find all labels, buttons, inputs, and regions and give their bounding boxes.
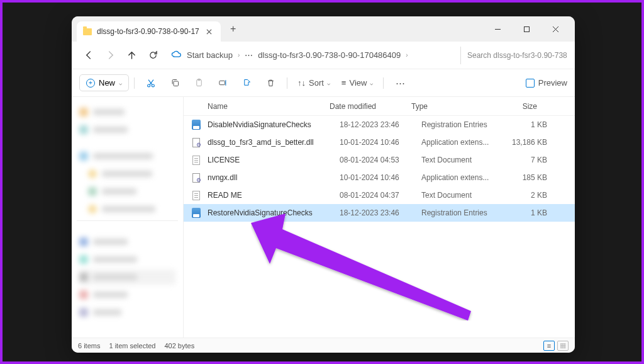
file-size: 13,186 KB bbox=[503, 138, 547, 147]
sort-label: Sort bbox=[309, 78, 324, 88]
search-input[interactable]: Search dlssg-to-fsr3-0.90-738 bbox=[460, 47, 567, 64]
rename-button[interactable] bbox=[211, 73, 234, 93]
breadcrumb[interactable]: Start backup › ⋯ dlssg-to-fsr3-0.90-738-… bbox=[165, 49, 458, 62]
copy-button[interactable] bbox=[164, 73, 186, 93]
file-list: DisableNvidiaSignatureChecks 18-12-2023 … bbox=[184, 116, 575, 338]
chevron-down-icon: ⌵ bbox=[327, 80, 330, 86]
item-count: 6 items bbox=[78, 342, 100, 350]
file-explorer-window: dlssg-to-fsr3-0.90-738-0-90-17 + Start b… bbox=[72, 16, 575, 353]
file-date: 08-01-2024 04:37 bbox=[340, 191, 421, 200]
col-type[interactable]: Type bbox=[411, 102, 493, 111]
table-row[interactable]: RestoreNvidiaSignatureChecks 18-12-2023 … bbox=[184, 204, 575, 222]
table-row[interactable]: LICENSE 08-01-2024 04:53 Text Document 7… bbox=[184, 151, 575, 169]
file-name: RestoreNvidiaSignatureChecks bbox=[208, 208, 340, 217]
col-date[interactable]: Date modified bbox=[330, 102, 411, 111]
status-bar: 6 items 1 item selected 402 bytes ≡ ▦ bbox=[72, 338, 575, 353]
selection-count: 1 item selected bbox=[109, 342, 155, 350]
table-row[interactable]: DisableNvidiaSignatureChecks 18-12-2023 … bbox=[184, 116, 575, 134]
file-size: 1 KB bbox=[503, 120, 547, 129]
view-label: View bbox=[349, 78, 367, 88]
svg-rect-3 bbox=[174, 81, 179, 86]
column-headers[interactable]: ⌃ Name Date modified Type Size bbox=[184, 97, 575, 116]
file-name: dlssg_to_fsr3_amd_is_better.dll bbox=[208, 138, 340, 147]
new-button[interactable]: + New ⌵ bbox=[79, 74, 129, 91]
file-icon bbox=[191, 137, 201, 147]
file-name: DisableNvidiaSignatureChecks bbox=[208, 120, 340, 129]
chevron-down-icon: ⌵ bbox=[370, 80, 373, 86]
address-bar: Start backup › ⋯ dlssg-to-fsr3-0.90-738-… bbox=[72, 42, 575, 69]
col-size[interactable]: Size bbox=[493, 102, 537, 111]
titlebar: dlssg-to-fsr3-0.90-738-0-90-17 + bbox=[72, 16, 575, 42]
toolbar: + New ⌵ ↑↓ Sort ⌵ ≡ View ⌵ ⋯ Preview bbox=[72, 69, 575, 97]
file-icon bbox=[191, 190, 201, 200]
active-tab[interactable]: dlssg-to-fsr3-0.90-738-0-90-17 bbox=[77, 21, 221, 42]
file-type: Application extens... bbox=[421, 138, 503, 147]
file-type: Application extens... bbox=[421, 173, 503, 182]
table-row[interactable]: nvngx.dll 10-01-2024 10:46 Application e… bbox=[184, 169, 575, 186]
chevron-down-icon: ⌵ bbox=[119, 80, 122, 86]
col-name[interactable]: Name bbox=[191, 102, 330, 111]
breadcrumb-current[interactable]: dlssg-to-fsr3-0.90-738-0-90-170486409 bbox=[258, 50, 401, 60]
selection-size: 402 bytes bbox=[164, 342, 194, 350]
plus-icon: + bbox=[86, 79, 95, 88]
sort-icon: ↑↓ bbox=[297, 78, 306, 88]
file-icon bbox=[191, 155, 201, 165]
file-date: 08-01-2024 04:53 bbox=[340, 156, 421, 164]
close-button[interactable] bbox=[541, 16, 570, 42]
sort-button[interactable]: ↑↓ Sort ⌵ bbox=[292, 76, 335, 90]
minimize-button[interactable] bbox=[483, 16, 512, 42]
file-type: Text Document bbox=[421, 156, 503, 164]
file-type: Text Document bbox=[421, 191, 503, 200]
breadcrumb-overflow[interactable]: ⋯ bbox=[245, 50, 253, 60]
file-type: Registration Entries bbox=[421, 208, 503, 217]
preview-label: Preview bbox=[538, 78, 567, 88]
file-type: Registration Entries bbox=[421, 120, 503, 129]
breadcrumb-backup[interactable]: Start backup bbox=[187, 50, 233, 60]
file-date: 18-12-2023 23:46 bbox=[340, 120, 421, 129]
table-row[interactable]: dlssg_to_fsr3_amd_is_better.dll 10-01-20… bbox=[184, 134, 575, 151]
share-button[interactable] bbox=[235, 73, 258, 93]
file-size: 1 KB bbox=[503, 208, 547, 217]
file-date: 18-12-2023 23:46 bbox=[340, 208, 421, 217]
file-icon bbox=[191, 120, 201, 130]
window-controls bbox=[483, 16, 570, 42]
preview-icon bbox=[526, 79, 535, 88]
body-area: ⌃ Name Date modified Type Size DisableNv… bbox=[72, 97, 575, 338]
file-size: 185 KB bbox=[503, 173, 547, 182]
svg-rect-0 bbox=[524, 26, 529, 31]
more-button[interactable]: ⋯ bbox=[389, 73, 411, 93]
file-date: 10-01-2024 10:46 bbox=[340, 173, 421, 182]
cloud-icon bbox=[171, 49, 182, 62]
table-row[interactable]: READ ME 08-01-2024 04:37 Text Document 2… bbox=[184, 186, 575, 204]
close-tab-icon[interactable] bbox=[204, 26, 214, 37]
view-icon: ≡ bbox=[341, 78, 347, 88]
cut-button[interactable] bbox=[140, 73, 162, 93]
folder-icon bbox=[83, 28, 92, 35]
maximize-button[interactable] bbox=[512, 16, 541, 42]
back-button[interactable] bbox=[79, 46, 98, 65]
view-button[interactable]: ≡ View ⌵ bbox=[336, 76, 379, 90]
nav-sidebar[interactable] bbox=[72, 97, 184, 338]
up-button[interactable] bbox=[122, 46, 141, 65]
refresh-button[interactable] bbox=[143, 46, 162, 65]
paste-button[interactable] bbox=[187, 73, 210, 93]
svg-rect-6 bbox=[219, 81, 225, 84]
details-view-icon[interactable]: ≡ bbox=[543, 341, 555, 351]
new-label: New bbox=[99, 78, 115, 88]
forward-button[interactable] bbox=[101, 46, 119, 65]
chevron-right-icon: › bbox=[238, 52, 240, 59]
file-name: LICENSE bbox=[208, 156, 340, 164]
file-date: 10-01-2024 10:46 bbox=[340, 138, 421, 147]
delete-button[interactable] bbox=[259, 73, 282, 93]
file-name: nvngx.dll bbox=[208, 173, 340, 182]
preview-button[interactable]: Preview bbox=[526, 78, 567, 88]
file-list-pane: ⌃ Name Date modified Type Size DisableNv… bbox=[184, 97, 575, 338]
file-size: 2 KB bbox=[503, 191, 547, 200]
file-size: 7 KB bbox=[503, 156, 547, 164]
tab-title: dlssg-to-fsr3-0.90-738-0-90-17 bbox=[97, 27, 199, 36]
file-name: READ ME bbox=[208, 191, 340, 200]
grid-view-icon[interactable]: ▦ bbox=[557, 341, 569, 351]
file-icon bbox=[191, 173, 201, 183]
chevron-right-icon: › bbox=[406, 52, 408, 59]
new-tab-button[interactable]: + bbox=[224, 20, 243, 38]
